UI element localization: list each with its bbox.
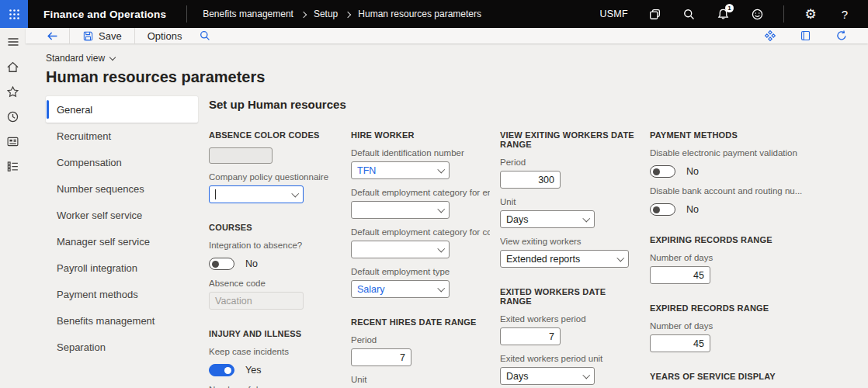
save-button[interactable]: Save [79, 30, 125, 42]
toggle-state: Yes [245, 365, 261, 376]
view-exiting-period-input[interactable]: 300 [500, 171, 561, 189]
vertical-tab-list: General Recruitment Compensation Number … [46, 96, 198, 388]
section-title: HIRE WORKER [351, 130, 490, 140]
tab-number-sequences[interactable]: Number sequences [46, 175, 198, 202]
expired-records-number-of-days-input[interactable]: 45 [650, 334, 710, 352]
tab-separation[interactable]: Separation [46, 334, 198, 360]
topbar-divider [186, 5, 187, 23]
actionbar-divider [69, 28, 70, 43]
save-floppy-icon [82, 30, 94, 42]
tab-worker-self-service[interactable]: Worker self service [46, 202, 198, 228]
tab-recruitment[interactable]: Recruitment [46, 123, 198, 149]
default-identification-number-select[interactable]: TFN [351, 161, 450, 179]
field-label: Default employment type [351, 267, 490, 276]
refresh-icon[interactable] [834, 28, 849, 43]
app-title[interactable]: Finance and Operations [28, 9, 186, 20]
settings-gear-icon[interactable]: ⚙ [803, 6, 818, 22]
help-icon[interactable]: ? [837, 6, 852, 22]
page-header: Standard view Human resources parameters [26, 43, 868, 86]
tab-compensation[interactable]: Compensation [46, 149, 198, 175]
back-arrow-icon[interactable] [44, 28, 60, 43]
actionbar-right-icons [762, 28, 856, 43]
task-guide-book-icon[interactable] [798, 28, 814, 43]
section-title: RECENT HIRES DATE RANGE [351, 317, 490, 327]
power-apps-diamonds-icon[interactable] [762, 28, 778, 43]
section-title: EXPIRED RECORDS RANGE [650, 303, 817, 313]
section-title: INJURY AND ILLNESS [209, 329, 341, 338]
company-picker[interactable]: USMF [599, 9, 628, 19]
notifications-bell-icon[interactable]: 1 [715, 6, 731, 22]
keep-case-incidents-toggle[interactable] [209, 364, 234, 376]
chevron-down-icon [582, 214, 589, 221]
action-bar: Save Options [26, 28, 868, 43]
tab-benefits-management[interactable]: Benefits management [46, 307, 198, 334]
home-icon[interactable] [6, 60, 20, 74]
field-label: Keep case incidents [209, 347, 341, 356]
options-label: Options [148, 30, 182, 42]
absence-code-input: Vacation [209, 292, 304, 310]
exited-workers-period-unit-select[interactable]: Days [500, 367, 595, 385]
toggle-knob [212, 261, 219, 268]
workspaces-icon[interactable] [6, 134, 20, 148]
field-label: Disable electronic payment validation [650, 148, 817, 158]
left-navigation-rail [0, 28, 26, 388]
field-label: Default identification number [351, 148, 490, 158]
disable-electronic-payment-validation-toggle[interactable] [650, 165, 675, 178]
chevron-down-icon [437, 205, 444, 212]
disable-bank-account-routing-toggle[interactable] [650, 203, 675, 216]
favorites-star-icon[interactable] [6, 85, 20, 99]
top-navigation-bar: Finance and Operations Benefits manageme… [0, 0, 868, 28]
chevron-down-icon [582, 371, 589, 378]
form-column-3: VIEW EXITING WORKERS DATE RANGE Period 3… [500, 111, 640, 388]
tab-manager-self-service[interactable]: Manager self service [46, 228, 198, 255]
view-exiting-workers-select[interactable]: Extended reports [500, 250, 629, 268]
chevron-down-icon [616, 254, 623, 261]
topbar-actions: USMF 1 [599, 5, 868, 23]
toggle-state: No [245, 258, 258, 269]
app-launcher-waffle-icon[interactable] [0, 0, 28, 28]
recent-clock-icon[interactable] [6, 109, 20, 123]
breadcrumb: Benefits management Setup Human resource… [203, 9, 481, 19]
options-button[interactable]: Options [144, 30, 186, 42]
breadcrumb-item[interactable]: Benefits management [203, 9, 293, 19]
absence-color-code-box[interactable] [209, 147, 273, 164]
section-title: EXPIRING RECORDS RANGE [650, 235, 817, 244]
field-label: Unit [500, 197, 640, 206]
field-label: Number of days [650, 321, 817, 331]
text-cursor [215, 189, 216, 199]
feedback-smiley-icon[interactable] [749, 6, 765, 22]
pages-icon[interactable] [647, 6, 662, 22]
default-employment-category-employee-select[interactable] [351, 201, 450, 219]
toggle-knob [224, 367, 231, 374]
form-header: Set up Human resources [209, 98, 868, 111]
section-title: ABSENCE COLOR CODES [209, 130, 341, 140]
default-employment-type-select[interactable]: Salary [351, 280, 450, 298]
view-selector[interactable]: Standard view [46, 53, 115, 64]
field-label: Integration to absence? [209, 241, 341, 250]
breadcrumb-item[interactable]: Human resources parameters [358, 9, 481, 19]
section-title: VIEW EXITING WORKERS DATE RANGE [500, 130, 640, 149]
company-policy-questionnaire-select[interactable] [209, 185, 304, 203]
recent-hires-period-input[interactable]: 7 [351, 348, 411, 366]
field-label: Exited workers period [500, 314, 640, 324]
expand-menu-icon[interactable] [6, 35, 20, 49]
view-exiting-unit-select[interactable]: Days [500, 210, 595, 228]
breadcrumb-item[interactable]: Setup [314, 9, 338, 19]
tab-payment-methods[interactable]: Payment methods [46, 281, 198, 307]
search-icon[interactable] [681, 6, 696, 22]
actionbar-divider [134, 28, 135, 43]
expiring-records-number-of-days-input[interactable]: 45 [650, 266, 710, 284]
exited-workers-period-input[interactable]: 7 [500, 327, 561, 345]
toggle-knob [653, 206, 660, 213]
page-title: Human resources parameters [46, 68, 868, 86]
modules-list-icon[interactable] [6, 159, 20, 173]
section-title: YEARS OF SERVICE DISPLAY [650, 372, 817, 381]
tab-payroll-integration[interactable]: Payroll integration [46, 255, 198, 281]
tab-general[interactable]: General [46, 96, 198, 123]
field-label: Exited workers period unit [500, 354, 640, 363]
actionbar-search-icon[interactable] [197, 28, 213, 43]
integration-to-absence-toggle[interactable] [209, 258, 234, 270]
default-employment-category-contractor-select[interactable] [351, 241, 450, 258]
app-window: Finance and Operations Benefits manageme… [0, 0, 868, 388]
field-label: Number of days [209, 385, 341, 388]
